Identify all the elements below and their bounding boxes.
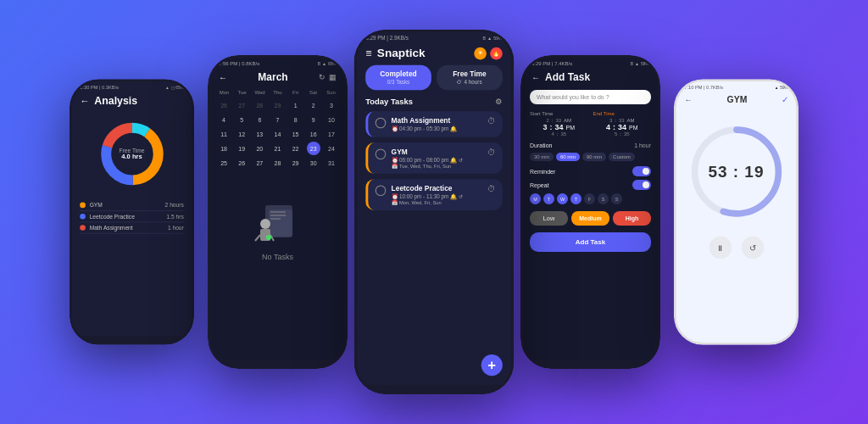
donut-label: Free Time 4.0 hrs <box>120 148 145 160</box>
priority-low[interactable]: Low <box>530 211 568 226</box>
priority-high[interactable]: High <box>613 211 651 226</box>
task-math-assignment[interactable]: Math Assignment ⏰ 04:30 pm - 05:30 pm 🔔 … <box>365 111 503 137</box>
task-timer-icon-leetcode[interactable]: ⏱ <box>487 184 495 193</box>
cal-day[interactable]: 20 <box>253 142 266 155</box>
status-time-3: 3:29 PM | 2.9KB/s <box>365 36 409 41</box>
sun-icon[interactable]: ☀ <box>474 47 487 59</box>
svg-point-15 <box>266 235 271 240</box>
task-checkbox-math[interactable] <box>376 118 387 129</box>
day-monday[interactable]: M <box>530 193 541 204</box>
cal-day[interactable]: 10 <box>325 113 338 126</box>
timer-check-icon[interactable]: ✓ <box>782 95 788 103</box>
status-bar-5: 7:10 PM | 0.7KB/s ▲ 59% <box>676 81 797 91</box>
duration-row: Duration 1 hour <box>523 140 658 151</box>
status-bar-4: 3:29 PM | 7.4KB/s B ▲ 58% <box>523 58 658 68</box>
pill-90min[interactable]: 90 min <box>582 153 606 161</box>
task-name-input[interactable]: What would you like to do ? <box>530 90 651 104</box>
priority-medium[interactable]: Medium <box>571 211 609 226</box>
cal-day[interactable]: 29 <box>289 156 303 170</box>
refresh-button[interactable]: ↺ <box>741 237 764 259</box>
pill-60min[interactable]: 60 min <box>556 153 580 161</box>
pill-30min[interactable]: 30 min <box>530 153 554 161</box>
repeat-toggle[interactable] <box>632 180 651 190</box>
cal-day[interactable]: 11 <box>217 127 231 141</box>
cal-day[interactable]: 17 <box>325 127 338 141</box>
cal-refresh-icon[interactable]: ↻ <box>319 73 326 81</box>
cal-day[interactable]: 25 <box>217 156 231 170</box>
task-timer-icon-gym[interactable]: ⏱ <box>487 148 495 157</box>
fire-icon[interactable]: 🔥 <box>490 47 503 59</box>
start-time-col: Start Time 2 : 33 AM 3 : 34 <box>530 111 588 137</box>
legend-dot-gym <box>80 203 86 209</box>
legend-dot-leetcode <box>80 214 86 220</box>
task-checkbox-gym[interactable] <box>376 148 387 159</box>
phones-container: 2:30 PM | 0.3KB/s ▲ ◻ 65% ← Analysis <box>49 21 819 403</box>
tab-free-time[interactable]: Free Time ⏱ 4 hours <box>437 65 503 90</box>
phone-timer: 7:10 PM | 0.7KB/s ▲ 59% ← GYM ✓ <box>674 79 798 345</box>
duration-pills: 30 min 60 min 90 min Custom <box>523 151 658 165</box>
phone-calendar: 7:56 PM | 0.8KB/s B ▲ 65% ← March ↻ ▦ <box>208 55 348 369</box>
legend: GYM 2 hours Leetcode Practice 1.5 hrs <box>72 197 192 237</box>
cal-day[interactable]: 29 <box>270 98 284 112</box>
cal-day[interactable]: 4 <box>217 113 231 126</box>
cal-day[interactable]: 1 <box>289 98 303 112</box>
addtask-back-icon[interactable]: ← <box>531 73 540 82</box>
cal-header-icons: ↻ ▦ <box>319 73 337 81</box>
pause-button[interactable]: ⏸ <box>709 237 732 259</box>
cal-day[interactable]: 6 <box>253 113 266 126</box>
cal-day[interactable]: 16 <box>307 127 320 141</box>
cal-day[interactable]: 28 <box>270 156 284 170</box>
day-wednesday[interactable]: W <box>557 193 568 204</box>
tab-completed[interactable]: Completed 0/3 Tasks <box>365 65 431 90</box>
cal-day[interactable]: 12 <box>235 127 248 141</box>
cal-day[interactable]: 3 <box>325 98 338 112</box>
task-leetcode[interactable]: Leetcode Practice ⏰ 10:00 pm - 11:30 pm … <box>365 179 503 210</box>
cal-day[interactable]: 27 <box>253 156 266 170</box>
svg-point-11 <box>260 219 270 229</box>
cal-day[interactable]: 14 <box>270 127 284 141</box>
task-gym[interactable]: GYM ⏰ 06:00 pm - 08:00 pm 🔔 ↺ 📅 Tue, Wed… <box>365 142 503 174</box>
cal-day[interactable]: 30 <box>307 156 320 170</box>
pill-custom[interactable]: Custom <box>609 153 635 161</box>
cal-day[interactable]: 13 <box>253 127 266 141</box>
cal-day[interactable]: 2 <box>307 98 320 112</box>
cal-day[interactable]: 28 <box>253 98 266 112</box>
end-time-col: End Time 3 : 33 AM 4 : 34 <box>593 111 652 137</box>
add-task-button[interactable]: Add Task <box>530 232 651 252</box>
reminder-toggle[interactable] <box>632 166 651 176</box>
cal-day[interactable]: 26 <box>235 156 248 170</box>
cal-day[interactable]: 24 <box>325 142 338 155</box>
status-time-1: 2:30 PM | 0.3KB/s <box>80 85 119 90</box>
status-time-2: 7:56 PM | 0.8KB/s <box>219 61 259 66</box>
cal-day[interactable]: 15 <box>289 127 303 141</box>
cal-back-icon[interactable]: ← <box>219 73 227 82</box>
back-icon[interactable]: ← <box>80 95 89 106</box>
cal-day[interactable]: 5 <box>235 113 248 126</box>
menu-icon[interactable]: ≡ <box>365 47 371 59</box>
day-tuesday[interactable]: T <box>543 193 554 204</box>
timer-back-icon[interactable]: ← <box>684 95 693 103</box>
cal-day[interactable]: 8 <box>289 113 303 126</box>
day-saturday[interactable]: S <box>598 193 609 204</box>
day-friday[interactable]: F <box>584 193 595 204</box>
task-timer-icon-math[interactable]: ⏱ <box>487 117 495 126</box>
day-sunday[interactable]: S <box>611 193 622 204</box>
cal-day[interactable]: 19 <box>235 142 248 155</box>
timer-circle: 53 : 19 <box>688 124 785 220</box>
cal-day[interactable]: 22 <box>289 142 303 155</box>
cal-grid-icon[interactable]: ▦ <box>329 73 337 81</box>
phone-snaptick: 3:29 PM | 2.9KB/s B ▲ 59% ≡ Snaptick ☀ 🔥 <box>354 30 515 395</box>
day-thursday[interactable]: T <box>570 193 581 204</box>
cal-day-today[interactable]: 23 <box>307 142 320 155</box>
cal-day[interactable]: 7 <box>270 113 284 126</box>
fab-add-task[interactable]: + <box>481 354 503 376</box>
task-checkbox-leetcode[interactable] <box>376 186 387 197</box>
cal-day[interactable]: 31 <box>325 156 338 170</box>
cal-day[interactable]: 21 <box>270 142 284 155</box>
priority-row: Low Medium High <box>523 208 658 229</box>
cal-day[interactable]: 9 <box>307 113 320 126</box>
cal-day[interactable]: 18 <box>217 142 231 155</box>
cal-day[interactable]: 27 <box>235 98 248 112</box>
no-tasks-label: No Tasks <box>262 253 293 261</box>
cal-day[interactable]: 26 <box>217 98 231 112</box>
